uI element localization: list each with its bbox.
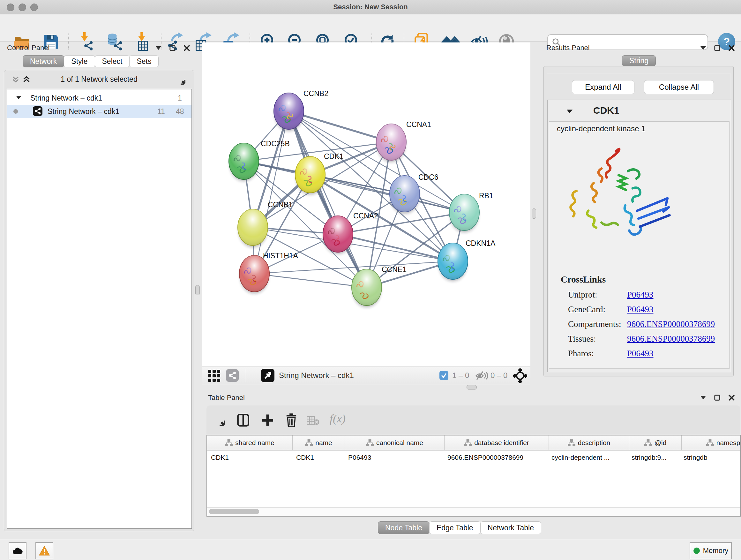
table-cell[interactable]: 9606.ENSP00000378699 xyxy=(444,454,548,461)
column-header--id[interactable]: @id xyxy=(629,435,682,450)
table-cell[interactable]: stringdb xyxy=(680,454,741,461)
right-splitter-handle[interactable] xyxy=(532,208,536,219)
crosslink-link[interactable]: 9606.ENSP00000378699 xyxy=(627,334,715,344)
column-header-canonical-name[interactable]: canonical name xyxy=(345,435,445,450)
tab-node-table[interactable]: Node Table xyxy=(378,521,429,534)
node-HIST1H1A[interactable]: HIST1H1A xyxy=(239,252,298,294)
memory-label: Memory xyxy=(703,547,728,555)
node-CDKN1A[interactable]: CDKN1A xyxy=(438,239,495,281)
network-view-title: String Network – cdk1 xyxy=(279,371,354,380)
column-header-shared-name[interactable]: shared name xyxy=(207,435,293,450)
network-share-view-icon[interactable] xyxy=(226,369,239,382)
edge-CDK1-RB1[interactable] xyxy=(310,175,464,212)
table-options-gear-icon[interactable] xyxy=(213,415,225,426)
tab-style[interactable]: Style xyxy=(64,55,95,67)
gene-section-expander-icon[interactable] xyxy=(567,110,572,113)
table-header-row: shared namenamecanonical namedatabase id… xyxy=(207,435,740,450)
warnings-button[interactable] xyxy=(36,542,53,559)
maximize-panel-icon[interactable] xyxy=(714,45,720,51)
table-cell[interactable]: stringdb:9... xyxy=(628,454,680,461)
main-toolbar: ? xyxy=(0,14,741,42)
edge-HIST1H1A-CCNE1[interactable] xyxy=(254,273,367,287)
table-cell[interactable]: cyclin-dependent ... xyxy=(548,454,628,461)
network-collection-row[interactable]: String Network – cdk1 1 xyxy=(7,92,192,105)
string-results-container: Expand All Collapse All CDK1 cyclin-depe… xyxy=(543,66,734,376)
edge-CCNA2-CDKN1A[interactable] xyxy=(338,234,453,261)
node-CCNB2[interactable]: CCNB2 xyxy=(274,89,328,131)
tab-string[interactable]: String xyxy=(622,55,656,66)
crosslink-link[interactable]: P06493 xyxy=(627,305,654,314)
cloud-button[interactable] xyxy=(9,542,26,559)
node-CCNE1[interactable]: CCNE1 xyxy=(352,265,407,307)
crosslink-link[interactable]: P06493 xyxy=(627,290,654,300)
cloud-icon xyxy=(12,547,23,555)
network-type-icon xyxy=(33,106,43,116)
node-CDK1[interactable]: CDK1 xyxy=(295,152,343,195)
grid-view-icon[interactable] xyxy=(208,370,221,382)
network-row[interactable]: String Network – cdk1 11 48 xyxy=(7,105,192,118)
maximize-panel-icon[interactable] xyxy=(170,45,176,51)
column-header-database-identifier[interactable]: database identifier xyxy=(445,435,549,450)
tab-edge-table[interactable]: Edge Table xyxy=(429,521,481,534)
left-splitter-handle[interactable] xyxy=(195,285,200,295)
crosslinks-title: CrossLinks xyxy=(561,274,606,285)
crosslink-label: Compartments: xyxy=(568,319,621,329)
float-panel-icon[interactable] xyxy=(156,46,161,50)
table-row[interactable]: CDK1CDK1P064939606.ENSP00000378699cyclin… xyxy=(207,450,740,464)
close-panel-icon[interactable] xyxy=(729,45,735,51)
bottom-splitter-handle[interactable] xyxy=(467,385,477,389)
table-hscrollbar-thumb[interactable] xyxy=(209,509,259,514)
table-tabs: Node TableEdge TableNetwork Table xyxy=(378,521,541,534)
hidden-counter: 0 – 0 xyxy=(490,371,508,380)
create-column-icon[interactable] xyxy=(261,414,273,427)
node-label-CCNB1: CCNB1 xyxy=(268,200,293,209)
tab-sets[interactable]: Sets xyxy=(129,55,158,67)
node-label-CCNA2: CCNA2 xyxy=(353,212,378,220)
float-panel-icon[interactable] xyxy=(700,46,706,50)
selected-counter: 1 – 0 xyxy=(452,371,469,380)
edge-CCNB2-CCNA1[interactable] xyxy=(289,111,391,142)
cytoscape-window: Session: New Session xyxy=(0,0,741,560)
gene-description: cyclin-dependent kinase 1 xyxy=(557,124,646,133)
expand-all-button[interactable]: Expand All xyxy=(572,80,634,94)
node-CDC25B[interactable]: CDC25B xyxy=(229,139,290,181)
birds-eye-view-icon[interactable] xyxy=(261,369,274,382)
column-header-namespace[interactable]: namespace xyxy=(682,435,741,450)
memory-button[interactable]: Memory xyxy=(690,542,732,559)
table-cell[interactable]: CDK1 xyxy=(207,454,292,461)
pan-crosshair-icon[interactable] xyxy=(513,368,527,383)
close-panel-icon[interactable] xyxy=(729,395,735,401)
status-bar: Memory xyxy=(0,539,741,560)
collapse-all-button[interactable]: Collapse All xyxy=(644,80,714,94)
collection-label: String Network – cdk1 xyxy=(30,94,102,103)
float-panel-icon[interactable] xyxy=(700,396,706,399)
control-panel-tabs: NetworkStyleSelectSets xyxy=(23,55,158,67)
node-CCNB1[interactable]: CCNB1 xyxy=(238,200,293,247)
table-cell[interactable]: P06493 xyxy=(344,454,444,461)
network-options-gear-icon[interactable] xyxy=(175,74,185,84)
node-CCNA1[interactable]: CCNA1 xyxy=(376,120,431,162)
close-panel-icon[interactable] xyxy=(184,45,190,51)
tab-select[interactable]: Select xyxy=(95,55,130,67)
selected-nodes-checkbox-icon[interactable] xyxy=(440,371,448,380)
network-canvas[interactable]: CCNB2CCNA1CDC25BCDK1CDC6RB1CCNB1CCNA2HIS… xyxy=(202,43,530,367)
tab-network[interactable]: Network xyxy=(23,55,64,67)
table-hscrollbar[interactable] xyxy=(207,507,740,516)
edge-CCNB2-CCNE1[interactable] xyxy=(289,111,367,287)
table-cell[interactable]: CDK1 xyxy=(292,454,344,461)
crosslink-link[interactable]: P06493 xyxy=(627,349,654,359)
gene-detail-panel: cyclin-dependent kinase 1 xyxy=(549,121,730,369)
node-CCNA2[interactable]: CCNA2 xyxy=(323,212,378,254)
delete-column-icon[interactable] xyxy=(286,414,297,427)
node-label-CDC6: CDC6 xyxy=(418,173,439,181)
show-columns-icon[interactable] xyxy=(237,414,249,427)
node-RB1[interactable]: RB1 xyxy=(449,192,493,233)
column-header-description[interactable]: description xyxy=(549,435,629,450)
node-label-CCNB2: CCNB2 xyxy=(304,89,328,98)
gene-section: CDK1 cyclin-dependent kinase 1 xyxy=(547,100,731,372)
collection-expander-icon[interactable] xyxy=(16,96,21,99)
crosslink-link[interactable]: 9606.ENSP00000378699 xyxy=(627,319,715,329)
maximize-panel-icon[interactable] xyxy=(714,395,720,401)
tab-network-table[interactable]: Network Table xyxy=(480,521,541,534)
column-header-name[interactable]: name xyxy=(293,435,345,450)
